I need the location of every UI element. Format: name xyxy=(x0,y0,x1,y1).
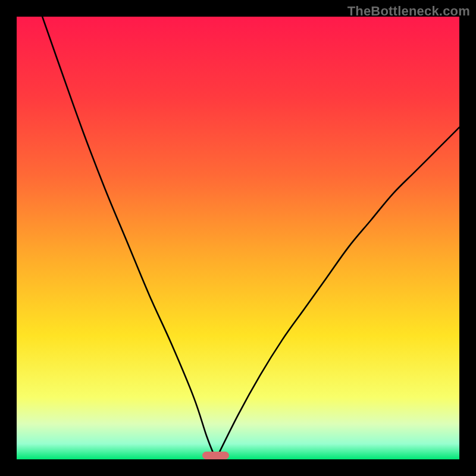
bottleneck-curve xyxy=(17,17,459,459)
bottleneck-marker xyxy=(202,452,229,459)
curve-left-branch xyxy=(42,17,216,459)
plot-area xyxy=(17,17,459,459)
chart-frame: TheBottleneck.com xyxy=(0,0,476,476)
watermark-text: TheBottleneck.com xyxy=(347,4,470,19)
curve-right-branch xyxy=(216,127,459,459)
